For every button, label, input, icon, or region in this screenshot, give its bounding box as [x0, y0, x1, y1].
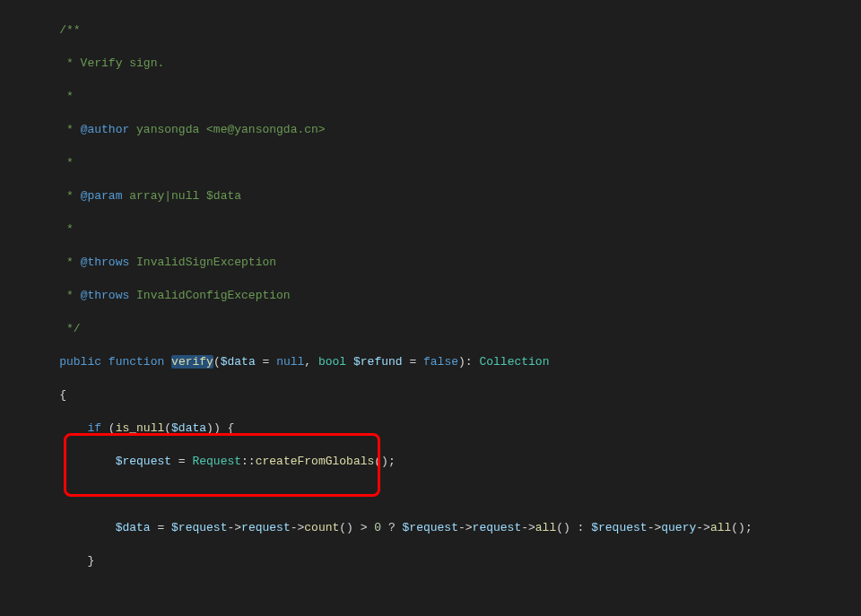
- code-line: * Verify sign.: [31, 56, 861, 73]
- code-line: */: [31, 321, 861, 338]
- code-editor[interactable]: /** * Verify sign. * * @author yansongda…: [0, 0, 861, 616]
- code-line: * @author yansongda <me@yansongda.cn>: [31, 122, 861, 139]
- code-line: * @throws InvalidSignException: [31, 255, 861, 272]
- code-line: *: [31, 89, 861, 106]
- code-line: *: [31, 155, 861, 172]
- code-line: [31, 487, 861, 504]
- code-line: * @param array|null $data: [31, 188, 861, 205]
- code-line: $data = $request->request->count() > 0 ?…: [31, 520, 861, 537]
- code-line: *: [31, 221, 861, 239]
- code-line: {: [31, 387, 861, 404]
- code-line: [31, 586, 861, 603]
- selected-text: verify: [171, 355, 213, 369]
- code-line: public function verify($data = null, boo…: [31, 354, 861, 371]
- code-line: $request = Request::createFromGlobals();: [31, 454, 861, 471]
- code-line: if (is_null($data)) {: [31, 421, 861, 438]
- code-line: }: [31, 553, 861, 570]
- code-line: /**: [31, 22, 861, 39]
- code-line: * @throws InvalidConfigException: [31, 288, 861, 305]
